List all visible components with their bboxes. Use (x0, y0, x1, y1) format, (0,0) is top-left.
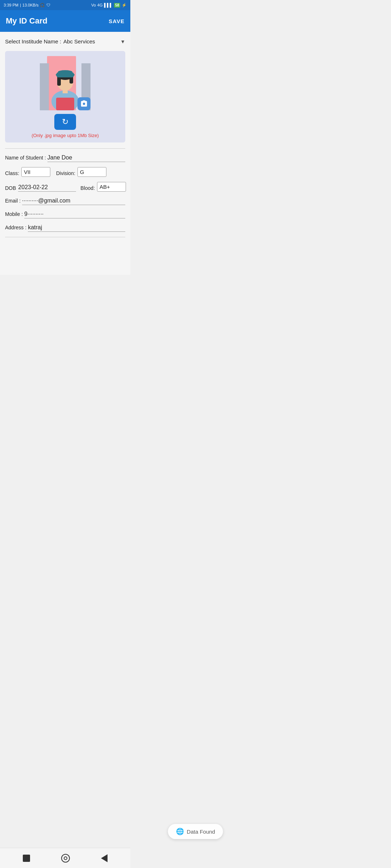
email-field-row: Email : (5, 197, 125, 205)
dob-blood-row: DOB Blood: (5, 182, 125, 192)
battery-icon: 58 (114, 3, 120, 8)
status-right: Vo 4G ▌▌▌ 58 ⚡ (91, 3, 127, 8)
network-speed: | (20, 3, 21, 7)
charging-icon: ⚡ (122, 3, 127, 8)
email-label: Email : (5, 198, 21, 204)
signal-icon: 4G (97, 3, 103, 7)
address-field-row: Address : (5, 224, 125, 232)
class-label: Class: (5, 170, 19, 176)
photo-container[interactable] (40, 56, 91, 110)
division-label: Division: (56, 170, 75, 176)
institute-label: Select Institude Name : (5, 38, 61, 44)
mobile-field-row: Mobile : (5, 210, 125, 218)
name-input[interactable] (47, 154, 125, 162)
status-bar: 3:39 PM | 13.0KB/s 🎧 🛡 Vo 4G ▌▌▌ 58 ⚡ (0, 0, 130, 10)
camera-overlay-icon[interactable] (77, 97, 91, 110)
divider-1 (5, 148, 125, 149)
class-input[interactable] (21, 167, 50, 177)
photo-hint: (Only .jpg image upto 1Mb Size) (31, 133, 99, 138)
save-button[interactable]: SAVE (109, 18, 125, 24)
svg-rect-1 (40, 63, 49, 110)
signal-bars: ▌▌▌ (104, 3, 112, 7)
refresh-photo-button[interactable]: ↻ (54, 114, 76, 130)
network-speed-value: 13.0KB/s (22, 3, 39, 7)
institute-value: Abc Services (63, 38, 119, 44)
status-left: 3:39 PM | 13.0KB/s 🎧 🛡 (4, 3, 50, 8)
division-input[interactable] (77, 167, 106, 177)
page-title: My ID Card (6, 16, 47, 26)
divider-2 (5, 237, 125, 237)
blood-input[interactable] (97, 182, 126, 192)
name-label: Name of Student : (5, 155, 46, 161)
headphone-icon: 🎧 (40, 3, 45, 8)
name-field-row: Name of Student : (5, 154, 125, 162)
email-input[interactable] (22, 197, 125, 205)
photo-area: ↻ (Only .jpg image upto 1Mb Size) (5, 51, 125, 142)
time-display: 3:39 PM (4, 3, 18, 7)
main-content: Select Institude Name : Abc Services ▼ (0, 32, 130, 275)
address-input[interactable] (28, 224, 125, 232)
mobile-input[interactable] (24, 210, 125, 218)
dob-label: DOB (5, 185, 16, 191)
dob-input[interactable] (18, 183, 76, 192)
svg-rect-4 (56, 98, 74, 110)
institute-selector-row[interactable]: Select Institude Name : Abc Services ▼ (5, 38, 125, 44)
class-division-row: Class: Division: (5, 167, 125, 177)
volte-icon: Vo (91, 3, 96, 7)
refresh-icon: ↻ (62, 117, 68, 127)
blood-label: Blood: (80, 185, 95, 191)
address-label: Address : (5, 225, 26, 230)
app-bar: My ID Card SAVE (0, 10, 130, 32)
svg-point-12 (58, 70, 72, 74)
chevron-down-icon: ▼ (120, 39, 125, 44)
sim-icon: 🛡 (46, 3, 50, 7)
mobile-label: Mobile : (5, 211, 23, 217)
